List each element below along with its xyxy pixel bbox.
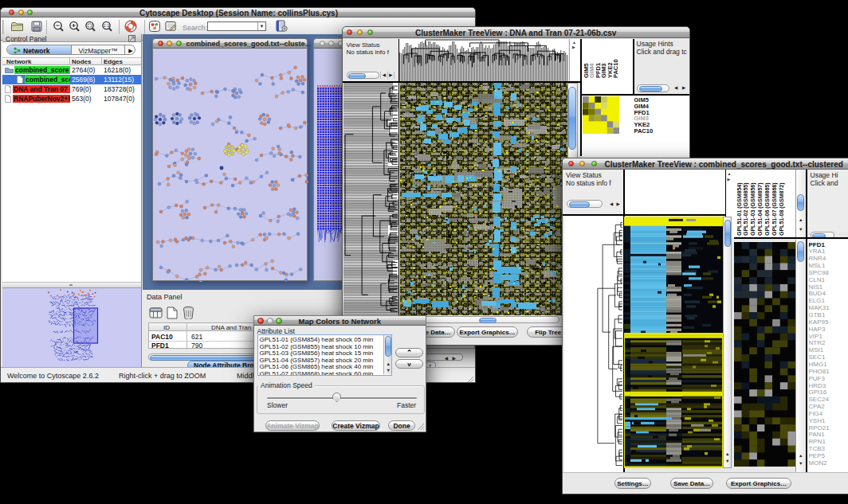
svg-text:1:1: 1:1 <box>104 23 110 28</box>
